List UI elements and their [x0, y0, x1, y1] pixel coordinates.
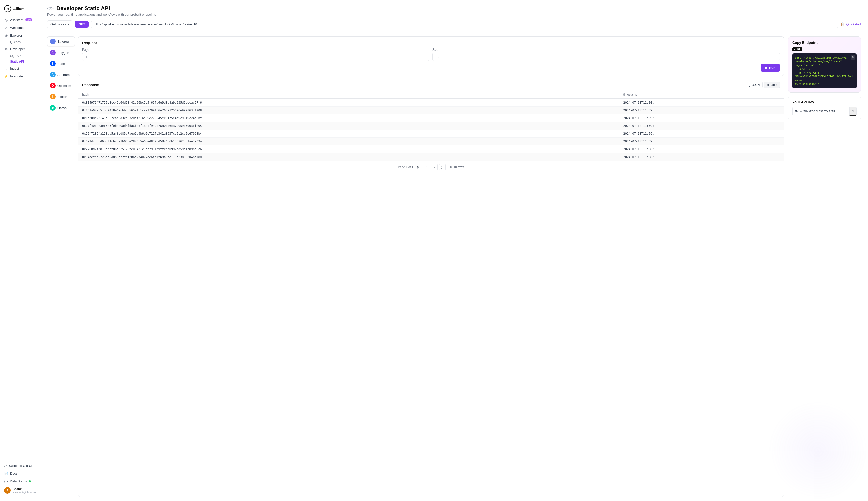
sidebar-item-queries[interactable]: Queries: [2, 40, 38, 45]
table-row: 0x94eefbc5226ae2d856e72fb128bd274077ae6f…: [78, 153, 784, 161]
page-group: Page: [82, 48, 430, 61]
request-form: Page Size: [82, 48, 780, 61]
chain-item-base[interactable]: B Base: [47, 58, 75, 68]
page-title: Developer Static API: [56, 5, 110, 12]
switch-ui-button[interactable]: ⇄ Switch to Old UI: [2, 462, 38, 469]
code-content: curl 'https://api.allium.so/api/v1/ deve…: [795, 56, 854, 86]
page-label: Page: [82, 48, 430, 52]
view-toggle: {} JSON ⊞ Table: [746, 82, 780, 88]
sidebar-nav: ◎ Assistant New ⌂ Welcome ◉ Explorer Que…: [0, 16, 40, 460]
sidebar-item-ingest[interactable]: ↓ Ingest: [2, 65, 38, 72]
bitcoin-icon: ₿: [50, 94, 55, 99]
table-row: 0x814979471775c8cc49d64d38f42d36bc7b5f63…: [78, 99, 784, 107]
sidebar-item-label: Welcome: [10, 26, 24, 30]
table-icon: ⊞: [766, 83, 769, 87]
api-key-card: Your API Key MNbah7HNAEE8fLAS8EYkJfTG...…: [788, 96, 861, 120]
oasys-icon: ◉: [50, 105, 55, 110]
chain-item-ethereum[interactable]: Ξ Ethereum: [47, 36, 75, 46]
cell-timestamp: 2024-07-18T12:00:: [619, 99, 784, 107]
developer-icon: </>: [47, 6, 54, 11]
base-icon: B: [50, 61, 55, 66]
chain-item-arbitrum[interactable]: A Arbitrum: [47, 70, 75, 79]
response-table: hash timestamp 0x814979471775c8cc49d64d3…: [78, 91, 784, 161]
cell-timestamp: 2024-07-18T11:59:: [619, 107, 784, 114]
page-subtitle: Power your real-time applications and wo…: [47, 13, 861, 16]
col-hash: hash: [78, 91, 619, 99]
sidebar-item-explorer[interactable]: ◉ Explorer: [2, 32, 38, 39]
page-input[interactable]: [82, 53, 430, 61]
cell-hash: 0x2768d7f3810ddbf86a325179fe03431c1bf291…: [78, 146, 619, 153]
chain-item-optimism[interactable]: O Optimism: [47, 81, 75, 91]
request-card: Request Page Size: [78, 36, 784, 76]
cell-hash: 0x97f40b4e3ec5e3f0bd80ad4fda6f8df18ebf9a…: [78, 122, 619, 130]
chain-item-oasys[interactable]: ◉ Oasys: [47, 103, 75, 113]
rows-info: ⊞ 10 rows: [450, 165, 464, 169]
user-profile[interactable]: S Shank shashank@allium.so: [2, 486, 38, 495]
json-view-button[interactable]: {} JSON: [746, 82, 762, 88]
cell-hash: 0x07244bbf46bcf1cbcde1b03ce2873c5e6ded84…: [78, 138, 619, 146]
sidebar-item-developer[interactable]: <> Developer: [2, 45, 38, 53]
circle-icon: ◯: [4, 479, 8, 483]
last-page-button[interactable]: ⟩⟩: [439, 164, 446, 170]
ethereum-icon: Ξ: [50, 39, 55, 44]
api-key-title: Your API Key: [792, 100, 857, 104]
cell-timestamp: 2024-07-18T11:59:: [619, 130, 784, 138]
size-input[interactable]: [433, 53, 780, 61]
home-icon: ⌂: [4, 25, 8, 30]
prev-page-button[interactable]: ‹: [423, 164, 430, 170]
cell-timestamp: 2024-07-18T11:59:: [619, 114, 784, 122]
sidebar-item-assistant[interactable]: ◎ Assistant New: [2, 16, 38, 24]
response-header: Response {} JSON ⊞ Table: [78, 79, 784, 91]
chain-item-bitcoin[interactable]: ₿ Bitcoin: [47, 92, 75, 102]
new-badge: New: [25, 18, 33, 21]
docs-button[interactable]: 📄 Docs: [2, 470, 38, 477]
api-key-copy-button[interactable]: ⧉: [849, 107, 856, 116]
run-button[interactable]: ▶ Run: [760, 64, 780, 72]
cell-hash: 0x814979471775c8cc49d64d38f42d36bc7b5f63…: [78, 99, 619, 107]
endpoint-selector[interactable]: Get blocks ▾: [47, 20, 72, 28]
table-row: 0x101a07ec5fbb9418e47cbbcb565eff1caa2799…: [78, 107, 784, 114]
quickstart-button[interactable]: 📋 Quickstart: [840, 22, 861, 26]
copy-endpoint-card: Copy Endpoint cURL curl 'https://api.all…: [788, 36, 861, 93]
chevron-down-icon: ▾: [67, 22, 69, 26]
cell-hash: 0x23f7186fa12fda5affcd85c7aee1d9b6e3e711…: [78, 130, 619, 138]
size-label: Size: [433, 48, 780, 52]
sidebar-item-label: Developer: [10, 47, 25, 51]
chain-item-polygon[interactable]: ⬡ Polygon: [47, 47, 75, 57]
next-page-button[interactable]: ›: [431, 164, 437, 170]
arbitrum-icon: A: [50, 72, 55, 77]
first-page-button[interactable]: ⟨⟨: [415, 164, 421, 170]
grid-icon: ⊞: [450, 165, 453, 169]
book-icon: 📄: [4, 472, 8, 476]
table-row: 0x2768d7f3810ddbf86a325179fe03431c1bf291…: [78, 146, 784, 153]
sidebar-item-sql-api[interactable]: SQL API: [2, 53, 38, 58]
table-row: 0x1c308b22141a907eac0d3ce83c0df31be59e27…: [78, 114, 784, 122]
code-copy-button[interactable]: ⧉: [851, 55, 855, 60]
sidebar-item-static-api[interactable]: Static API: [2, 59, 38, 64]
content-area: Request Page Size: [78, 36, 784, 497]
play-icon: ▶: [765, 66, 768, 70]
body-layout: Ξ Ethereum ⬡ Polygon B Base A Arbitrum: [40, 32, 868, 501]
copy-endpoint-title: Copy Endpoint: [792, 41, 857, 45]
table-view-button[interactable]: ⊞ Table: [763, 82, 780, 88]
arrow-down-icon: ↓: [4, 66, 8, 70]
response-title: Response: [82, 83, 99, 87]
response-section: Response {} JSON ⊞ Table: [78, 79, 784, 497]
avatar: S: [4, 487, 11, 494]
table-container: hash timestamp 0x814979471775c8cc49d64d3…: [78, 91, 784, 161]
sidebar-item-label: Explorer: [10, 34, 22, 38]
url-input[interactable]: [91, 21, 838, 28]
sidebar-bottom: ⇄ Switch to Old UI 📄 Docs ◯ Data Status …: [0, 460, 40, 498]
col-timestamp: timestamp: [619, 91, 784, 99]
data-status-button[interactable]: ◯ Data Status: [2, 478, 38, 485]
code-icon: <>: [4, 47, 8, 51]
sidebar-item-welcome[interactable]: ⌂ Welcome: [2, 24, 38, 31]
table-row: 0x23f7186fa12fda5affcd85c7aee1d9b6e3e711…: [78, 130, 784, 138]
logo-icon: ◎: [4, 5, 11, 12]
cell-timestamp: 2024-07-18T11:58:: [619, 146, 784, 153]
request-title: Request: [82, 41, 780, 45]
compass-icon: ◉: [4, 33, 8, 38]
method-badge: GET: [75, 21, 89, 28]
sidebar-item-integrate[interactable]: ⚡ Integrate: [2, 72, 38, 80]
plug-icon: ⚡: [4, 74, 8, 78]
